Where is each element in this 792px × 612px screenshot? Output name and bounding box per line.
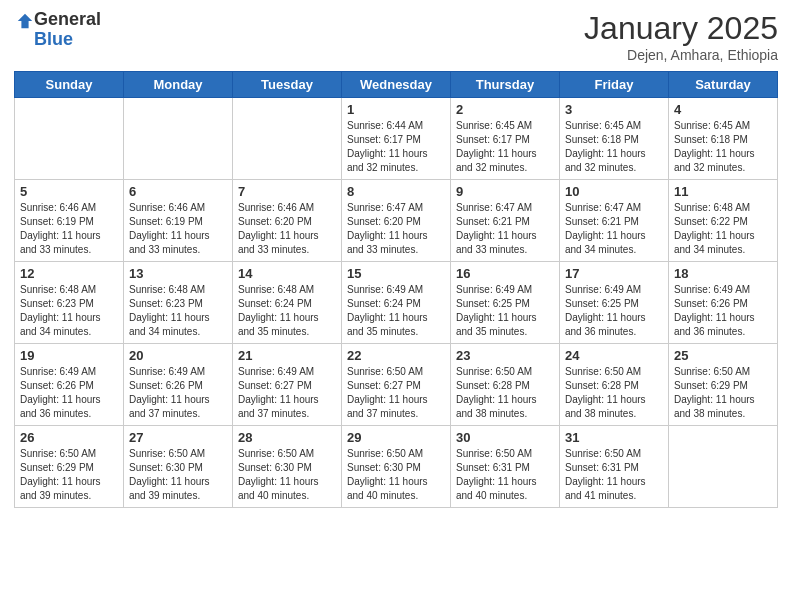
day-number: 18 [674,266,772,281]
day-info: Sunrise: 6:49 AM Sunset: 6:26 PM Dayligh… [20,365,118,421]
logo-text: General Blue [34,10,101,50]
day-info: Sunrise: 6:50 AM Sunset: 6:30 PM Dayligh… [129,447,227,503]
day-number: 6 [129,184,227,199]
day-number: 3 [565,102,663,117]
day-number: 25 [674,348,772,363]
calendar-cell: 3Sunrise: 6:45 AM Sunset: 6:18 PM Daylig… [560,98,669,180]
day-number: 21 [238,348,336,363]
calendar-day-header: Saturday [669,72,778,98]
calendar-cell: 16Sunrise: 6:49 AM Sunset: 6:25 PM Dayli… [451,262,560,344]
day-info: Sunrise: 6:48 AM Sunset: 6:24 PM Dayligh… [238,283,336,339]
logo: General Blue [14,10,101,50]
calendar-cell: 17Sunrise: 6:49 AM Sunset: 6:25 PM Dayli… [560,262,669,344]
day-number: 5 [20,184,118,199]
calendar-cell [233,98,342,180]
calendar-header-row: SundayMondayTuesdayWednesdayThursdayFrid… [15,72,778,98]
calendar-cell: 20Sunrise: 6:49 AM Sunset: 6:26 PM Dayli… [124,344,233,426]
svg-marker-0 [18,14,32,28]
day-number: 13 [129,266,227,281]
day-number: 14 [238,266,336,281]
page: General Blue January 2025 Dejen, Amhara,… [0,0,792,612]
calendar-cell: 5Sunrise: 6:46 AM Sunset: 6:19 PM Daylig… [15,180,124,262]
day-number: 28 [238,430,336,445]
calendar-cell: 15Sunrise: 6:49 AM Sunset: 6:24 PM Dayli… [342,262,451,344]
day-info: Sunrise: 6:50 AM Sunset: 6:29 PM Dayligh… [20,447,118,503]
day-info: Sunrise: 6:45 AM Sunset: 6:17 PM Dayligh… [456,119,554,175]
day-number: 29 [347,430,445,445]
calendar-cell: 22Sunrise: 6:50 AM Sunset: 6:27 PM Dayli… [342,344,451,426]
day-number: 8 [347,184,445,199]
day-info: Sunrise: 6:49 AM Sunset: 6:26 PM Dayligh… [129,365,227,421]
day-number: 16 [456,266,554,281]
day-number: 1 [347,102,445,117]
calendar-cell: 11Sunrise: 6:48 AM Sunset: 6:22 PM Dayli… [669,180,778,262]
calendar-cell: 12Sunrise: 6:48 AM Sunset: 6:23 PM Dayli… [15,262,124,344]
day-number: 15 [347,266,445,281]
calendar-cell: 7Sunrise: 6:46 AM Sunset: 6:20 PM Daylig… [233,180,342,262]
calendar-cell: 31Sunrise: 6:50 AM Sunset: 6:31 PM Dayli… [560,426,669,508]
calendar-cell: 28Sunrise: 6:50 AM Sunset: 6:30 PM Dayli… [233,426,342,508]
day-info: Sunrise: 6:50 AM Sunset: 6:28 PM Dayligh… [565,365,663,421]
day-number: 22 [347,348,445,363]
calendar-cell [124,98,233,180]
calendar-week-row: 12Sunrise: 6:48 AM Sunset: 6:23 PM Dayli… [15,262,778,344]
logo-general: General [34,10,101,30]
day-number: 26 [20,430,118,445]
day-info: Sunrise: 6:50 AM Sunset: 6:27 PM Dayligh… [347,365,445,421]
day-info: Sunrise: 6:46 AM Sunset: 6:19 PM Dayligh… [129,201,227,257]
calendar-cell [15,98,124,180]
calendar-cell: 19Sunrise: 6:49 AM Sunset: 6:26 PM Dayli… [15,344,124,426]
day-info: Sunrise: 6:50 AM Sunset: 6:31 PM Dayligh… [565,447,663,503]
calendar-cell: 30Sunrise: 6:50 AM Sunset: 6:31 PM Dayli… [451,426,560,508]
calendar-day-header: Tuesday [233,72,342,98]
day-number: 30 [456,430,554,445]
day-number: 4 [674,102,772,117]
calendar-day-header: Thursday [451,72,560,98]
logo-blue: Blue [34,30,101,50]
day-info: Sunrise: 6:48 AM Sunset: 6:23 PM Dayligh… [129,283,227,339]
calendar-week-row: 26Sunrise: 6:50 AM Sunset: 6:29 PM Dayli… [15,426,778,508]
day-info: Sunrise: 6:46 AM Sunset: 6:19 PM Dayligh… [20,201,118,257]
day-info: Sunrise: 6:50 AM Sunset: 6:30 PM Dayligh… [238,447,336,503]
day-number: 19 [20,348,118,363]
day-info: Sunrise: 6:50 AM Sunset: 6:30 PM Dayligh… [347,447,445,503]
calendar-cell: 24Sunrise: 6:50 AM Sunset: 6:28 PM Dayli… [560,344,669,426]
calendar-cell: 8Sunrise: 6:47 AM Sunset: 6:20 PM Daylig… [342,180,451,262]
month-title: January 2025 [584,10,778,47]
calendar-week-row: 1Sunrise: 6:44 AM Sunset: 6:17 PM Daylig… [15,98,778,180]
day-number: 9 [456,184,554,199]
day-info: Sunrise: 6:50 AM Sunset: 6:29 PM Dayligh… [674,365,772,421]
calendar-cell [669,426,778,508]
day-info: Sunrise: 6:49 AM Sunset: 6:27 PM Dayligh… [238,365,336,421]
day-number: 23 [456,348,554,363]
day-info: Sunrise: 6:47 AM Sunset: 6:21 PM Dayligh… [456,201,554,257]
day-info: Sunrise: 6:44 AM Sunset: 6:17 PM Dayligh… [347,119,445,175]
calendar-cell: 4Sunrise: 6:45 AM Sunset: 6:18 PM Daylig… [669,98,778,180]
day-number: 20 [129,348,227,363]
subtitle: Dejen, Amhara, Ethiopia [584,47,778,63]
calendar-cell: 29Sunrise: 6:50 AM Sunset: 6:30 PM Dayli… [342,426,451,508]
day-number: 7 [238,184,336,199]
day-info: Sunrise: 6:47 AM Sunset: 6:21 PM Dayligh… [565,201,663,257]
day-info: Sunrise: 6:47 AM Sunset: 6:20 PM Dayligh… [347,201,445,257]
calendar-week-row: 19Sunrise: 6:49 AM Sunset: 6:26 PM Dayli… [15,344,778,426]
header: General Blue January 2025 Dejen, Amhara,… [14,10,778,63]
calendar-cell: 1Sunrise: 6:44 AM Sunset: 6:17 PM Daylig… [342,98,451,180]
day-number: 17 [565,266,663,281]
calendar-cell: 13Sunrise: 6:48 AM Sunset: 6:23 PM Dayli… [124,262,233,344]
day-info: Sunrise: 6:45 AM Sunset: 6:18 PM Dayligh… [565,119,663,175]
calendar-cell: 10Sunrise: 6:47 AM Sunset: 6:21 PM Dayli… [560,180,669,262]
day-info: Sunrise: 6:46 AM Sunset: 6:20 PM Dayligh… [238,201,336,257]
day-info: Sunrise: 6:50 AM Sunset: 6:28 PM Dayligh… [456,365,554,421]
calendar-cell: 6Sunrise: 6:46 AM Sunset: 6:19 PM Daylig… [124,180,233,262]
day-number: 27 [129,430,227,445]
day-info: Sunrise: 6:49 AM Sunset: 6:24 PM Dayligh… [347,283,445,339]
calendar-day-header: Sunday [15,72,124,98]
calendar-day-header: Monday [124,72,233,98]
day-number: 31 [565,430,663,445]
day-info: Sunrise: 6:48 AM Sunset: 6:22 PM Dayligh… [674,201,772,257]
day-info: Sunrise: 6:49 AM Sunset: 6:25 PM Dayligh… [456,283,554,339]
day-number: 2 [456,102,554,117]
calendar-cell: 9Sunrise: 6:47 AM Sunset: 6:21 PM Daylig… [451,180,560,262]
calendar-cell: 18Sunrise: 6:49 AM Sunset: 6:26 PM Dayli… [669,262,778,344]
